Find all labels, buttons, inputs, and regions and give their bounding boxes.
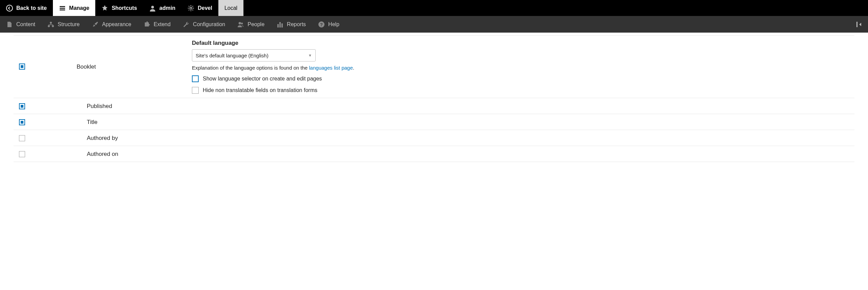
row-field: Authored by xyxy=(14,130,854,146)
gear-icon xyxy=(188,5,194,12)
option-show-language-selector-label: Show language selector on create and edi… xyxy=(203,76,322,82)
configuration-label: Configuration xyxy=(193,21,225,28)
hamburger-icon xyxy=(59,5,66,12)
row-label-booklet: Booklet xyxy=(77,40,192,70)
svg-rect-19 xyxy=(277,24,279,28)
local-label: Local xyxy=(224,5,237,11)
row-field-label: Title xyxy=(77,118,192,126)
option-hide-non-translatable-label: Hide non translatable fields on translat… xyxy=(203,87,317,93)
svg-line-11 xyxy=(193,10,193,10)
chevron-down-icon: ▼ xyxy=(308,53,312,57)
checkbox-show-language-selector[interactable] xyxy=(192,75,199,82)
back-to-site-label: Back to site xyxy=(16,5,47,11)
svg-point-14 xyxy=(50,22,52,24)
local-button[interactable]: Local xyxy=(218,0,243,16)
option-show-language-selector: Show language selector on create and edi… xyxy=(192,75,849,82)
configuration-link[interactable]: Configuration xyxy=(177,16,231,33)
paintbrush-icon xyxy=(92,21,99,28)
back-to-site-button[interactable]: Back to site xyxy=(0,0,53,16)
help-link[interactable]: ? Help xyxy=(312,16,346,33)
svg-rect-21 xyxy=(281,23,283,28)
toolbar-admin: Content Structure Appearance Extend Conf… xyxy=(0,16,868,33)
structure-link[interactable]: Structure xyxy=(41,16,86,33)
people-icon xyxy=(237,21,244,28)
reports-link[interactable]: Reports xyxy=(271,16,312,33)
devel-button[interactable]: Devel xyxy=(181,0,218,16)
toolbar-top: Back to site Manage Shortcuts admin Deve… xyxy=(0,0,868,16)
wrench-icon xyxy=(183,21,190,28)
appearance-link[interactable]: Appearance xyxy=(86,16,137,33)
admin-label: admin xyxy=(159,5,175,11)
content-area: Booklet Default language Site's default … xyxy=(0,35,868,162)
structure-label: Structure xyxy=(58,21,80,28)
structure-icon xyxy=(47,21,54,28)
default-language-label: Default language xyxy=(192,40,849,47)
row-field-label: Authored on xyxy=(77,150,192,158)
shortcuts-button[interactable]: Shortcuts xyxy=(95,0,143,16)
default-language-select[interactable]: Site's default language (English) ▼ xyxy=(192,49,316,61)
people-label: People xyxy=(248,21,264,28)
default-language-value: Site's default language (English) xyxy=(196,53,269,58)
row-field: Title xyxy=(14,114,854,130)
row-field: Authored on xyxy=(14,146,854,162)
svg-line-12 xyxy=(189,10,190,10)
manage-label: Manage xyxy=(69,5,90,11)
language-settings: Default language Site's default language… xyxy=(192,40,849,94)
star-icon xyxy=(101,5,108,12)
checkbox-field[interactable] xyxy=(19,103,25,109)
svg-rect-24 xyxy=(856,22,857,27)
svg-text:?: ? xyxy=(320,22,323,27)
svg-line-10 xyxy=(189,6,190,6)
extend-label: Extend xyxy=(154,21,171,28)
document-icon xyxy=(6,21,13,28)
checkbox-field[interactable] xyxy=(19,119,25,125)
svg-point-18 xyxy=(241,22,243,24)
shortcuts-label: Shortcuts xyxy=(112,5,137,11)
svg-point-5 xyxy=(190,7,192,9)
content-link[interactable]: Content xyxy=(0,16,41,33)
row-field: Published xyxy=(14,98,854,114)
chart-icon xyxy=(277,21,283,28)
extend-link[interactable]: Extend xyxy=(137,16,177,33)
svg-point-15 xyxy=(48,25,50,27)
back-icon xyxy=(6,5,13,12)
svg-line-13 xyxy=(193,6,193,6)
svg-point-16 xyxy=(52,25,54,27)
row-field-label: Authored by xyxy=(77,134,192,142)
user-icon xyxy=(149,5,156,12)
manage-button[interactable]: Manage xyxy=(53,0,96,16)
checkbox-field[interactable] xyxy=(19,135,25,141)
row-booklet: Booklet Default language Site's default … xyxy=(14,35,854,98)
row-field-label: Published xyxy=(77,102,192,110)
languages-list-link[interactable]: languages list page xyxy=(309,65,353,71)
checkbox-field[interactable] xyxy=(19,151,25,157)
svg-point-4 xyxy=(151,6,154,8)
collapse-toolbar-button[interactable] xyxy=(850,16,868,33)
svg-rect-1 xyxy=(60,6,65,7)
collapse-icon xyxy=(856,21,863,28)
admin-user-button[interactable]: admin xyxy=(143,0,181,16)
checkbox-booklet[interactable] xyxy=(19,64,25,70)
svg-rect-2 xyxy=(60,8,65,9)
svg-point-17 xyxy=(239,22,241,24)
people-link[interactable]: People xyxy=(231,16,271,33)
reports-label: Reports xyxy=(287,21,306,28)
puzzle-icon xyxy=(143,21,150,28)
language-explanation: Explanation of the language options is f… xyxy=(192,65,849,71)
devel-label: Devel xyxy=(198,5,212,11)
help-label: Help xyxy=(328,21,339,28)
svg-rect-3 xyxy=(60,10,65,11)
help-icon: ? xyxy=(318,21,325,28)
appearance-label: Appearance xyxy=(102,21,131,28)
option-hide-non-translatable: Hide non translatable fields on translat… xyxy=(192,87,849,94)
checkbox-hide-non-translatable[interactable] xyxy=(192,87,199,94)
svg-point-0 xyxy=(6,5,13,11)
svg-rect-20 xyxy=(279,22,281,28)
content-label: Content xyxy=(16,21,35,28)
